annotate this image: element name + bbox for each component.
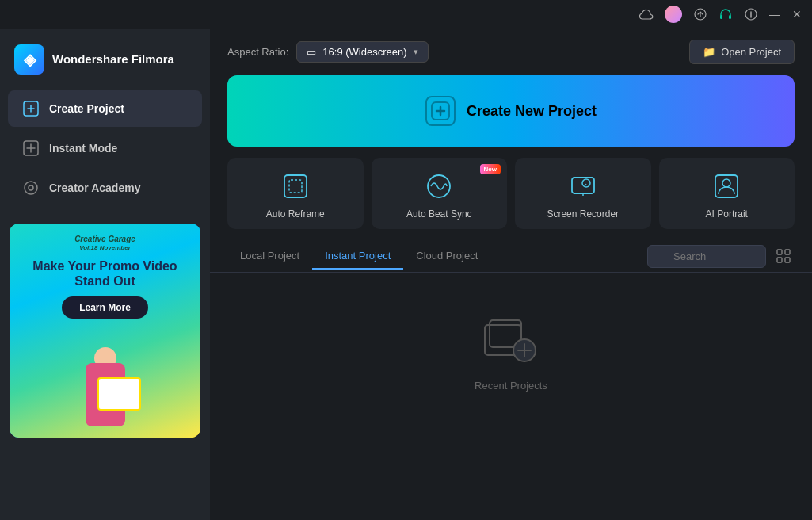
aspect-ratio-label: Aspect Ratio: xyxy=(227,46,288,58)
instant-mode-icon xyxy=(22,140,40,157)
cloud-icon[interactable] xyxy=(639,7,654,21)
sidebar: ◈ Wondershare Filmora Create Project Ins… xyxy=(0,29,210,520)
svg-rect-9 xyxy=(284,175,307,197)
promo-learn-more-button[interactable]: Learn More xyxy=(62,296,148,319)
auto-reframe-icon xyxy=(280,170,311,202)
creator-academy-icon xyxy=(22,179,40,197)
svg-point-6 xyxy=(25,182,37,194)
sidebar-item-instant-mode[interactable]: Instant Mode xyxy=(8,130,202,166)
minimize-button[interactable]: — xyxy=(769,9,780,20)
svg-point-15 xyxy=(722,179,730,187)
app-name: Wondershare Filmora xyxy=(52,52,174,67)
app-layout: ◈ Wondershare Filmora Create Project Ins… xyxy=(0,29,812,520)
svg-rect-2 xyxy=(729,15,731,19)
grid-view-icon[interactable] xyxy=(772,245,795,267)
promo-banner[interactable]: Creative Garage Vol.18 November Make You… xyxy=(10,224,200,438)
sidebar-item-creator-academy[interactable]: Creator Academy xyxy=(8,170,202,206)
tab-local-project[interactable]: Local Project xyxy=(227,243,312,270)
svg-rect-16 xyxy=(777,250,782,254)
titlebar: — ✕ xyxy=(0,0,812,29)
empty-projects-icon xyxy=(483,313,539,369)
profile-avatar[interactable] xyxy=(665,6,682,23)
main-content: Aspect Ratio: ▭ 16:9 (Widescreen) ▾ 📁 Op… xyxy=(210,29,812,520)
creator-academy-label: Creator Academy xyxy=(49,182,140,194)
auto-beat-sync-label: Auto Beat Sync xyxy=(406,208,472,220)
tab-cloud-project[interactable]: Cloud Project xyxy=(403,243,490,270)
screen-recorder-icon xyxy=(567,170,599,202)
auto-beat-sync-icon xyxy=(423,170,455,202)
chevron-down-icon: ▾ xyxy=(414,47,418,57)
promo-title: Make Your Promo Video Stand Out xyxy=(32,258,177,289)
aspect-ratio-icon: ▭ xyxy=(307,46,316,58)
app-logo: ◈ xyxy=(14,44,44,75)
headphones-icon[interactable] xyxy=(719,7,733,21)
feature-card-ai-portrait[interactable]: AI Portrait xyxy=(659,158,795,229)
auto-reframe-label: Auto Reframe xyxy=(266,208,325,220)
empty-state: Recent Projects xyxy=(210,273,812,431)
titlebar-icons: — ✕ xyxy=(639,6,802,23)
open-project-button[interactable]: 📁 Open Project xyxy=(689,40,795,64)
ai-portrait-icon xyxy=(711,170,742,202)
svg-rect-18 xyxy=(777,258,782,262)
promo-badge: Creative Garage Vol.18 November xyxy=(74,235,135,252)
feature-card-auto-reframe[interactable]: Auto Reframe xyxy=(227,158,364,229)
create-plus-icon xyxy=(425,96,456,126)
aspect-ratio-dropdown[interactable]: ▭ 16:9 (Widescreen) ▾ xyxy=(296,41,428,63)
sidebar-item-create-project[interactable]: Create Project xyxy=(8,90,202,127)
search-area: 🔍 xyxy=(647,245,795,268)
project-tabs: Local Project Instant Project Cloud Proj… xyxy=(210,240,812,273)
svg-rect-17 xyxy=(785,250,790,254)
svg-rect-10 xyxy=(289,180,302,193)
logo-area: ◈ Wondershare Filmora xyxy=(0,36,210,89)
tab-instant-project[interactable]: Instant Project xyxy=(312,243,403,270)
search-wrapper: 🔍 xyxy=(647,245,766,268)
empty-projects-label: Recent Projects xyxy=(475,380,547,392)
aspect-ratio-value: 16:9 (Widescreen) xyxy=(322,46,406,58)
svg-rect-1 xyxy=(720,15,722,19)
new-badge: New xyxy=(480,164,501,174)
main-header: Aspect Ratio: ▭ 16:9 (Widescreen) ▾ 📁 Op… xyxy=(210,29,812,75)
feature-cards: Auto Reframe New Auto Beat Sync xyxy=(210,147,812,240)
create-new-project-banner[interactable]: Create New Project xyxy=(227,75,795,147)
ai-portrait-label: AI Portrait xyxy=(706,208,748,220)
svg-point-7 xyxy=(29,185,33,190)
close-button[interactable]: ✕ xyxy=(791,9,802,20)
feature-card-auto-beat-sync[interactable]: New Auto Beat Sync xyxy=(372,158,508,229)
feature-card-screen-recorder[interactable]: Screen Recorder xyxy=(515,158,651,229)
search-input[interactable] xyxy=(647,245,766,268)
create-new-label: Create New Project xyxy=(467,103,597,120)
promo-illustration xyxy=(17,323,193,426)
upload-icon[interactable] xyxy=(693,7,707,21)
svg-point-13 xyxy=(582,179,590,187)
create-project-label: Create Project xyxy=(49,102,124,115)
screen-recorder-label: Screen Recorder xyxy=(547,208,619,220)
svg-rect-19 xyxy=(785,258,790,262)
create-project-icon xyxy=(22,100,40,117)
info-icon[interactable] xyxy=(744,7,758,21)
aspect-ratio-selector: Aspect Ratio: ▭ 16:9 (Widescreen) ▾ xyxy=(227,41,429,63)
folder-icon: 📁 xyxy=(703,46,715,58)
instant-mode-label: Instant Mode xyxy=(49,142,117,155)
